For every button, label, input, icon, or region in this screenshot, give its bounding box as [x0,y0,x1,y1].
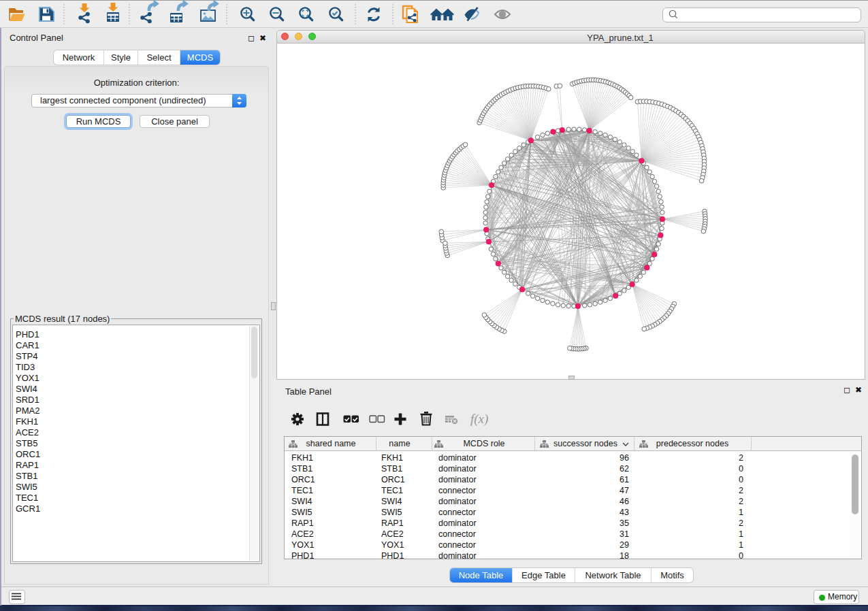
svg-text:f(x): f(x) [470,412,488,427]
